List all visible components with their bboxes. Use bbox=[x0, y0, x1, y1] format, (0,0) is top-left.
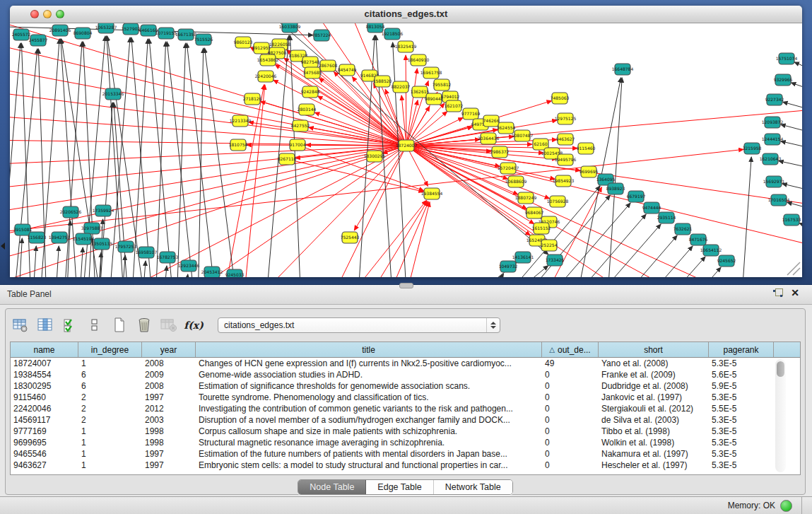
graph-node[interactable]: 8454749 bbox=[338, 64, 357, 76]
graph-node[interactable]: 9115460 bbox=[577, 143, 596, 154]
graph-node[interactable]: 7955812 bbox=[433, 79, 452, 90]
graph-node[interactable]: 8471676 bbox=[689, 234, 708, 245]
graph-node[interactable]: 12093872 bbox=[762, 117, 784, 128]
citation-edge-black[interactable] bbox=[782, 184, 802, 192]
graph-node[interactable]: 8822037 bbox=[392, 81, 411, 93]
close-panel-icon[interactable]: ✕ bbox=[791, 288, 799, 298]
graph-node[interactable]: 9860123 bbox=[234, 37, 253, 48]
graph-node[interactable]: 1049732 bbox=[499, 261, 518, 272]
graph-node[interactable]: 19854923 bbox=[553, 175, 575, 187]
table-row[interactable]: 1456911722003Disruption of a novel membe… bbox=[11, 414, 800, 426]
citation-edge-black[interactable] bbox=[794, 62, 802, 71]
graph-node[interactable]: 18640910 bbox=[408, 54, 430, 66]
graph-node[interactable]: 252254 bbox=[541, 240, 558, 251]
scrollbar-thumb[interactable] bbox=[777, 361, 784, 377]
citation-edge-red[interactable] bbox=[406, 103, 445, 146]
graph-node[interactable]: 19218506 bbox=[382, 28, 404, 40]
graph-node[interactable]: 10807487 bbox=[512, 130, 534, 141]
graph-node[interactable]: 9245652 bbox=[717, 255, 736, 267]
citation-edge-red[interactable] bbox=[10, 90, 406, 146]
citation-edge-red[interactable] bbox=[10, 140, 406, 146]
graph-node[interactable]: 12444154 bbox=[762, 134, 784, 145]
graph-node[interactable]: 17957253 bbox=[115, 241, 137, 252]
vertical-scrollbar[interactable] bbox=[775, 359, 786, 472]
citation-edge-black[interactable] bbox=[783, 102, 802, 111]
citation-edge-black[interactable] bbox=[163, 266, 167, 277]
graph-node[interactable]: 2405572 bbox=[12, 29, 31, 40]
graph-node[interactable]: 10719155 bbox=[155, 28, 177, 39]
graph-node[interactable]: 3475685 bbox=[303, 67, 322, 78]
graph-node[interactable]: 9463627 bbox=[556, 134, 575, 145]
graph-node[interactable]: 19495796 bbox=[555, 154, 577, 165]
float-panel-icon[interactable] bbox=[773, 288, 782, 298]
graph-node[interactable]: 9827548 bbox=[301, 57, 320, 68]
citation-edge-black[interactable] bbox=[799, 223, 802, 230]
graph-node[interactable]: 8427552 bbox=[291, 120, 310, 132]
citation-edge-black[interactable] bbox=[99, 103, 112, 277]
graph-node[interactable]: 7525443 bbox=[341, 232, 360, 243]
memory-status-indicator[interactable] bbox=[780, 500, 792, 512]
column-header-pagerank[interactable]: pagerank bbox=[709, 342, 774, 357]
graph-node[interactable]: 9777169 bbox=[461, 108, 481, 119]
graph-node[interactable]: 1167533 bbox=[782, 214, 801, 226]
table-row[interactable]: 911546021997Tourette syndrome. Phenomeno… bbox=[11, 392, 800, 403]
citation-edge-black[interactable] bbox=[741, 157, 751, 277]
graph-node[interactable]: 2455877 bbox=[29, 35, 48, 46]
graph-node[interactable]: 15751074 bbox=[776, 53, 798, 64]
collapse-arrow-icon[interactable] bbox=[1, 243, 5, 250]
citation-edge-black[interactable] bbox=[616, 235, 677, 277]
graph-node[interactable]: 7857224 bbox=[312, 30, 331, 41]
citation-edge-black[interactable] bbox=[779, 161, 802, 169]
column-chooser-icon[interactable] bbox=[36, 316, 54, 334]
graph-node[interactable]: 7515526 bbox=[194, 34, 213, 45]
network-canvas[interactable]: 2405572245587720891406869080410653287152… bbox=[10, 23, 802, 277]
graph-node[interactable]: 12213349 bbox=[230, 115, 252, 127]
citation-edge-red[interactable] bbox=[172, 146, 406, 277]
graph-node[interactable]: 32975887 bbox=[81, 223, 103, 234]
citation-edge-black[interactable] bbox=[187, 43, 216, 277]
graph-node[interactable]: 3215958 bbox=[743, 143, 762, 154]
citation-edge-black[interactable] bbox=[787, 202, 802, 210]
graph-node[interactable]: 17016504 bbox=[768, 194, 790, 206]
table-row[interactable]: 1830029562008Estimation of significance … bbox=[11, 380, 800, 392]
graph-node[interactable]: 14136141 bbox=[512, 252, 534, 263]
graph-node[interactable]: 9242848 bbox=[301, 86, 320, 98]
graph-node[interactable]: 8938923 bbox=[606, 183, 625, 194]
graph-node[interactable]: 20453412 bbox=[201, 267, 223, 277]
citation-edge-black[interactable] bbox=[791, 83, 802, 91]
new-table-icon[interactable] bbox=[110, 316, 129, 334]
table-row[interactable]: 946554611997Estimation of the future num… bbox=[11, 448, 800, 460]
graph-node[interactable]: 9699695 bbox=[579, 166, 599, 177]
network-window-titlebar[interactable]: citations_edges.txt bbox=[10, 6, 802, 23]
graph-node[interactable]: 7986372 bbox=[490, 146, 510, 158]
function-builder-icon[interactable]: f(x) bbox=[184, 316, 203, 334]
table-row[interactable]: 977716911998Corpus callosum shape and si… bbox=[11, 426, 800, 437]
column-header-short[interactable]: short bbox=[599, 342, 709, 357]
graph-node[interactable]: 7632621 bbox=[673, 223, 693, 235]
tab-edge-table[interactable]: Edge Table bbox=[366, 480, 433, 494]
table-row[interactable]: 1938455462009Genome-wide association stu… bbox=[11, 369, 800, 380]
delete-table-icon[interactable] bbox=[135, 316, 153, 334]
graph-node[interactable]: 9684067 bbox=[525, 207, 544, 218]
graph-node[interactable]: 12975125 bbox=[555, 113, 577, 124]
graph-node[interactable]: 16648784 bbox=[612, 64, 634, 75]
graph-node[interactable]: 2718126 bbox=[243, 93, 262, 105]
citation-network-graph[interactable]: 2405572245587720891406869080410653287152… bbox=[10, 23, 802, 277]
graph-node[interactable]: 1156823 bbox=[28, 232, 47, 243]
graph-node[interactable]: 2935114 bbox=[657, 212, 676, 223]
graph-node[interactable]: 16961758 bbox=[420, 67, 442, 78]
graph-node[interactable]: 13942757 bbox=[49, 232, 71, 243]
graph-node[interactable]: 16782753 bbox=[157, 252, 179, 263]
table-row[interactable]: 1872400712008Changes of HCN gene express… bbox=[11, 358, 800, 369]
table-row[interactable]: 2242004622012Investigating the contribut… bbox=[11, 403, 800, 414]
resize-grip-icon[interactable] bbox=[787, 262, 800, 275]
graph-node[interactable]: 1527902 bbox=[122, 23, 141, 35]
graph-node[interactable]: 18300295 bbox=[364, 151, 386, 162]
graph-node[interactable]: 19384554 bbox=[421, 188, 443, 199]
graph-node[interactable]: 10688609 bbox=[505, 176, 527, 187]
citation-edge-red[interactable] bbox=[287, 159, 423, 192]
graph-node[interactable]: 16958107 bbox=[136, 247, 158, 258]
graph-node[interactable]: 9329966 bbox=[774, 74, 793, 86]
graph-node[interactable]: 16033809 bbox=[279, 23, 301, 33]
citation-edge-red[interactable] bbox=[406, 69, 417, 146]
